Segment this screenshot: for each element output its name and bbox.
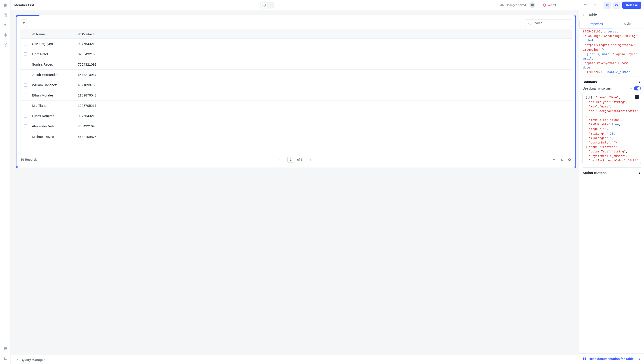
expand-editor-button[interactable] (635, 95, 639, 99)
cell-contact: 8765432109 (76, 52, 572, 56)
row-checkbox[interactable] (24, 104, 27, 107)
row-checkbox[interactable] (24, 135, 27, 138)
svg-rect-7 (270, 4, 271, 6)
svg-point-20 (639, 14, 639, 14)
resize-handle[interactable] (574, 15, 576, 17)
chevron-down-icon (572, 4, 576, 7)
table-row[interactable]: Ethan Morales 2109876543 (20, 90, 572, 101)
svg-rect-5 (263, 4, 266, 6)
filter-button[interactable] (20, 19, 27, 27)
columns-section-label: Columns (582, 80, 597, 84)
cell-contact: 2109876543 (76, 93, 572, 97)
documentation-link[interactable]: Read documentation for Table (580, 353, 644, 364)
table-row[interactable]: William Sanchez 4321098765 (20, 80, 572, 90)
pages-icon[interactable] (3, 13, 8, 18)
row-checkbox[interactable] (24, 73, 27, 76)
cell-contact: 4321098765 (76, 83, 572, 87)
data-table: Name Contact Olivia Nguyen 9876543210 (20, 30, 572, 154)
table-widget[interactable]: Name Contact Olivia Nguyen 9876543210 (16, 16, 576, 167)
add-row-button[interactable] (552, 158, 556, 162)
mobile-device-button[interactable] (268, 3, 273, 8)
table-row[interactable]: Sophia Reyes 7654321098 (20, 59, 572, 70)
page-of-label: of 1 (297, 158, 302, 161)
topbar: Member List Changes saved TD (11, 0, 579, 10)
right-panel: table1 Properties Styles 8765432109, int… (579, 10, 644, 364)
table-row[interactable]: Olivia Nguyen 9876543210 (20, 39, 572, 49)
search-input[interactable] (532, 21, 572, 25)
redo-button[interactable] (592, 2, 598, 9)
svg-point-22 (639, 16, 639, 16)
preview-button[interactable] (613, 2, 620, 9)
dynamic-column-toggle[interactable] (634, 86, 641, 90)
settings-icon[interactable] (3, 43, 8, 47)
undo-button[interactable] (582, 2, 589, 9)
query-manager-label: Query Manager (22, 358, 45, 361)
device-toggle (260, 2, 274, 9)
logo-icon[interactable] (3, 3, 8, 8)
tab-properties[interactable]: Properties (580, 20, 612, 29)
row-checkbox[interactable] (24, 94, 27, 97)
svg-marker-8 (543, 4, 546, 5)
col-header-contact[interactable]: Contact (76, 33, 572, 36)
cell-contact: 5432109876 (76, 135, 572, 139)
dynamic-column-label: Use dynamic column (582, 87, 612, 90)
row-checkbox[interactable] (24, 52, 27, 56)
more-button[interactable] (637, 13, 641, 17)
version-selector[interactable]: ver v1 (543, 3, 576, 7)
resize-handle[interactable] (16, 166, 18, 168)
search-input-wrap (525, 19, 572, 27)
resize-handle[interactable] (16, 15, 18, 17)
table-header: Name Contact (20, 30, 572, 39)
query-manager-bar[interactable]: Query Manager (11, 355, 579, 364)
row-checkbox[interactable] (24, 124, 27, 128)
cursor-icon[interactable] (3, 23, 8, 27)
desktop-device-button[interactable] (261, 3, 267, 8)
table-row[interactable]: Mia Tiana 1098705217 (20, 101, 572, 111)
table-row[interactable]: Liam Patel 8765432109 (20, 49, 572, 59)
page-input[interactable] (287, 157, 294, 162)
cloud-icon (500, 3, 504, 7)
download-button[interactable] (560, 158, 564, 162)
svg-point-15 (606, 5, 607, 6)
canvas[interactable]: TABLE1 | (11, 10, 579, 355)
version-prefix: ver (548, 3, 552, 7)
version-number: v1 (553, 3, 556, 7)
doc-link-label: Read documentation for Table (589, 357, 634, 361)
table-row[interactable]: Michael Reyes 5432109876 (20, 131, 572, 142)
columns-section-header[interactable]: Columns ▲ (582, 80, 641, 84)
pencil-icon (32, 33, 35, 36)
col-header-name[interactable]: Name (31, 33, 76, 36)
row-checkbox[interactable] (24, 42, 27, 46)
table-row[interactable]: Jacob Hernandez 6543210987 (20, 70, 572, 80)
caret-up-icon: ▲ (638, 171, 641, 174)
back-button[interactable] (582, 13, 586, 17)
page-prev-button[interactable]: ‹ (283, 158, 284, 161)
chat-icon[interactable] (3, 346, 8, 351)
svg-point-16 (608, 6, 608, 7)
expand-icon (16, 358, 19, 361)
columns-code-editor[interactable]: {{[{ "name":"Name", "columnType":"string… (582, 93, 641, 164)
record-count: 10 Records (20, 158, 37, 161)
fx-icon[interactable]: fx (630, 87, 632, 90)
debug-icon[interactable] (3, 33, 8, 37)
page-next-button[interactable]: › (306, 158, 306, 161)
page-last-button[interactable]: » (310, 158, 311, 161)
pencil-icon (78, 33, 81, 36)
theme-icon[interactable] (3, 356, 8, 361)
avatar[interactable]: TD (530, 2, 535, 8)
row-checkbox[interactable] (24, 83, 27, 87)
page-first-button[interactable]: « (278, 158, 280, 161)
visibility-button[interactable] (568, 158, 572, 162)
row-checkbox[interactable] (24, 114, 27, 117)
table-row[interactable]: Lucas Ramirez 9876543210 (20, 111, 572, 121)
cell-contact: 6543210987 (76, 73, 572, 77)
row-checkbox[interactable] (24, 63, 27, 66)
arrow-right-icon (637, 357, 641, 361)
table-row[interactable]: Alexander Vela 7654321098 (20, 121, 572, 131)
tab-styles[interactable]: Styles (612, 20, 644, 28)
action-buttons-section-header[interactable]: Action Buttons ▲ (582, 171, 641, 174)
release-button[interactable]: Release (622, 2, 641, 9)
right-topbar: Release (579, 0, 644, 10)
share-button[interactable] (604, 2, 611, 9)
resize-handle[interactable] (574, 166, 576, 168)
